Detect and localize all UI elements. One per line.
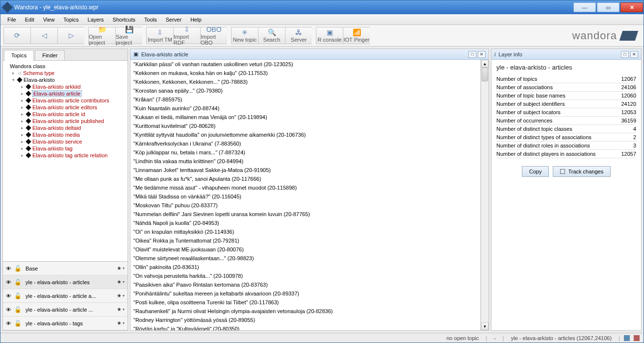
status-icon-2[interactable]: [634, 335, 640, 341]
minimize-button[interactable]: —: [573, 2, 596, 12]
new-topic-button[interactable]: ✳New topic: [231, 27, 258, 44]
list-item[interactable]: "Paasikiven aika" Paavo Rintalan kertoma…: [130, 280, 480, 289]
layer-row[interactable]: 👁🔓yle - elava-arkisto - tags★▾: [3, 317, 128, 330]
tree-caret-icon[interactable]: ▸: [20, 153, 25, 158]
right-panel-max-button[interactable]: □: [621, 51, 629, 58]
tree-item[interactable]: ▸Elava-arkisto tag article relation: [4, 152, 127, 159]
tree-caret-icon[interactable]: ▾: [11, 77, 16, 82]
list-item[interactable]: "Kurittomat kuvitelmat" (20-80628): [130, 122, 480, 130]
right-panel-close-button[interactable]: ✕: [630, 51, 638, 58]
tree-item[interactable]: ▸Elava-arkisto deltaid: [4, 124, 127, 131]
star-icon[interactable]: ★: [117, 306, 122, 313]
list-item[interactable]: "Me tiedämme missä asut" - vihapuheen mo…: [130, 183, 480, 192]
layer-row[interactable]: 👁🔓yle - elava-arkisto - articles★▾: [3, 275, 128, 289]
tree-item[interactable]: ▸Elava-arkisto media: [4, 131, 127, 138]
tree-caret-icon[interactable]: ▸: [20, 98, 25, 103]
article-list[interactable]: "Karkkilan pässi" oli vanhan rautatien u…: [130, 60, 481, 330]
list-item[interactable]: "Ponihäntälintu" sukeltaa mereen ja kelt…: [130, 289, 480, 298]
tab-finder[interactable]: Finder: [35, 50, 65, 60]
tree-item[interactable]: ▸Elava-arkisto service: [4, 138, 127, 145]
lock-icon[interactable]: 🔓: [14, 320, 22, 327]
menu-file[interactable]: File: [3, 15, 20, 24]
list-item[interactable]: "Kukaan ei tiedä, millainen maa Venäjä o…: [130, 113, 480, 122]
list-item[interactable]: "Oikea" Rokka ja Tuntemattomat (20-79281…: [130, 236, 480, 245]
lock-icon[interactable]: 🔓: [14, 293, 22, 299]
list-item[interactable]: "Kärnkraftverksolyckan i Ukraina" (7-883…: [130, 139, 480, 148]
menu-topics[interactable]: Topics: [59, 15, 82, 24]
visibility-icon[interactable]: 👁: [6, 307, 11, 313]
list-item[interactable]: "Moskovan Tiltu" puhuu (20-83377): [130, 201, 480, 210]
star-icon[interactable]: ★: [117, 320, 122, 326]
list-item[interactable]: "Kråkan" (7-885975): [130, 95, 480, 104]
tree-item[interactable]: ▾Elava-arkisto: [4, 76, 127, 83]
star-icon[interactable]: ★: [117, 279, 122, 285]
lock-icon[interactable]: 🔓: [14, 265, 22, 272]
tree-item[interactable]: ▸Elava-arkisto article: [4, 90, 127, 97]
menu-layers[interactable]: Layers: [84, 15, 108, 24]
tree-caret-icon[interactable]: ▸: [20, 125, 25, 130]
tree-caret-icon[interactable]: ▸: [20, 112, 25, 117]
menu-tools[interactable]: Tools: [140, 15, 161, 24]
tree-item[interactable]: ▸Elava-arkisto article published: [4, 118, 127, 124]
list-item[interactable]: "Karkkilan pässi" oli vanhan rautatien u…: [130, 60, 480, 69]
status-icon-1[interactable]: [624, 335, 630, 341]
list-item[interactable]: "Olavit" muistelevat ME-juoksuaan (20-80…: [130, 245, 480, 254]
tab-topics[interactable]: Topics: [4, 50, 34, 61]
tree-item[interactable]: ▸Elava-arkisto arkkiid: [4, 83, 127, 90]
menu-server[interactable]: Server: [162, 15, 185, 24]
list-item[interactable]: "Oi" on krapulan mittayksikkö (20-114936…: [130, 227, 480, 236]
tree-caret-icon[interactable]: ▸: [20, 139, 25, 144]
dropdown-icon[interactable]: ▾: [123, 280, 125, 284]
scroll-down-button[interactable]: ▼: [481, 322, 489, 330]
panel-close-button[interactable]: ✕: [478, 51, 486, 58]
dropdown-icon[interactable]: ▾: [123, 266, 125, 270]
list-item[interactable]: "Ollin" pakinoita (20-83631): [130, 263, 480, 271]
tree-item[interactable]: Wandora class: [4, 63, 127, 70]
menu-shortcuts[interactable]: Shortcuts: [109, 15, 139, 24]
r-console-button[interactable]: ▣R console: [316, 27, 343, 44]
maximize-button[interactable]: ▭: [597, 2, 619, 12]
vertical-scrollbar[interactable]: ▲ ▼: [481, 60, 489, 330]
tree-caret-icon[interactable]: ▸: [20, 146, 25, 151]
visibility-icon[interactable]: 👁: [6, 320, 11, 326]
scroll-up-button[interactable]: ▲: [481, 60, 489, 68]
dropdown-icon[interactable]: ▾: [123, 307, 125, 312]
tree-item[interactable]: ▸Elava-arkisto article id: [4, 111, 127, 118]
list-item[interactable]: "Rauhanenkeli" ja Nurmi olivat Helsingin…: [130, 307, 480, 316]
tree-caret-icon[interactable]: ▸: [20, 84, 25, 89]
menu-edit[interactable]: Edit: [21, 15, 38, 24]
layer-row[interactable]: 👁🔓yle - elava-arkisto - article ...★▾: [3, 303, 128, 317]
list-item[interactable]: "Posti kulkee, olipa osoitteena Turenki …: [130, 298, 480, 307]
tree-caret-icon[interactable]: ▸: [20, 105, 25, 110]
list-item[interactable]: "Kekkonen, Kekkonen, Kekkonen..." (20-78…: [130, 77, 480, 86]
list-item[interactable]: "Röytän karhu" ja "Kultaväärpeli" (20-80…: [130, 324, 480, 330]
tree-item[interactable]: ▸Elava-arkisto tag: [4, 145, 127, 152]
close-button[interactable]: ✕: [620, 2, 643, 12]
list-item[interactable]: "Kuin Naantalin aurinko" (20-88744): [130, 104, 480, 113]
list-item[interactable]: "Linnamaan Joket" tenttaavat Sakke-ja-Ma…: [130, 166, 480, 174]
server-button[interactable]: 🖧Server: [285, 27, 312, 44]
visibility-icon[interactable]: 👁: [6, 279, 11, 285]
list-item[interactable]: "Lindhin tila vakaa mutta kriittinen" (2…: [130, 157, 480, 166]
list-item[interactable]: "Olemme siirtyneet reaalilaskentaan..." …: [130, 254, 480, 263]
open-project-button[interactable]: 📁Open project: [88, 27, 115, 44]
list-item[interactable]: "Köp julklappar nu, betala i mars..." (7…: [130, 148, 480, 157]
reload-button[interactable]: ⟳: [3, 27, 30, 44]
tree-item[interactable]: ▸Elava-arkisto article editors: [4, 104, 127, 111]
search-button[interactable]: 🔍Search: [258, 27, 285, 44]
list-item[interactable]: "Korostan sanaa epäily..." (20-79380): [130, 86, 480, 95]
dropdown-icon[interactable]: ▾: [123, 294, 125, 298]
menu-view[interactable]: View: [39, 15, 59, 24]
import-obo-button[interactable]: OBOImport OBO: [200, 27, 227, 44]
import-tm-button[interactable]: ⇩Import TM: [146, 27, 173, 44]
lock-icon[interactable]: 🔓: [14, 279, 22, 286]
list-item[interactable]: "Mikä tääl Stadissa on vänkää?" (20-1160…: [130, 192, 480, 201]
tree-item[interactable]: ▸◁Schema type: [4, 70, 127, 76]
tree-item[interactable]: ▸Elava-arkisto article contributors: [4, 97, 127, 104]
tree-caret-icon[interactable]: ▸: [20, 119, 25, 123]
list-item[interactable]: "Kekkonen on mukava, koska hän on kalju"…: [130, 69, 480, 77]
visibility-icon[interactable]: 👁: [6, 266, 11, 271]
copy-button[interactable]: Copy: [522, 166, 549, 177]
iot-pinger-button[interactable]: 📶IOT Pinger: [343, 27, 370, 44]
save-project-button[interactable]: 💾Save project: [115, 27, 142, 44]
